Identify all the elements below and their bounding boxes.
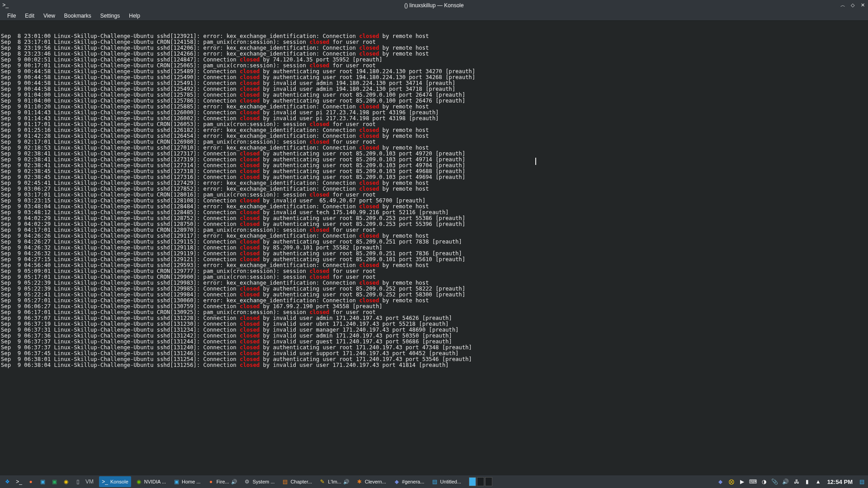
kde-start-icon[interactable]: ❖: [2, 476, 13, 487]
task-clevern-icon: ✱: [356, 479, 363, 485]
task-home-label: Home ...: [182, 479, 201, 484]
window-title: () linuxskillup — Konsole: [404, 2, 463, 9]
taskbar-clock[interactable]: 12:54 PM: [825, 479, 855, 485]
task-lim[interactable]: ✎L'Im...🔊: [316, 476, 352, 487]
terminal-output[interactable]: Sep 8 23:01:00 Linux-Skillup-Challenge-U…: [0, 21, 868, 475]
vm-icon[interactable]: VM: [84, 476, 95, 487]
menu-settings[interactable]: Settings: [96, 12, 124, 20]
task-chapter-icon: ▤: [282, 479, 288, 485]
task-system-icon: ⚙: [244, 479, 250, 485]
task-nvidia-icon: ◉: [136, 479, 142, 485]
minimize-icon[interactable]: ︿: [839, 1, 846, 9]
task-genera-icon: ◆: [393, 479, 400, 485]
task-chapter[interactable]: ▤Chapter...: [279, 476, 315, 487]
menu-bookmarks[interactable]: Bookmarks: [60, 12, 96, 20]
task-firefox[interactable]: ●Fire...🔊: [205, 476, 240, 487]
chrome-icon[interactable]: ◉: [61, 476, 71, 487]
task-firefox-label: Fire...: [217, 479, 229, 484]
terminal-icon: >_: [2, 1, 9, 9]
show-desktop-icon[interactable]: ▤: [857, 477, 866, 486]
titlebar: >_ () linuxskillup — Konsole ︿ ◇ ✕: [0, 0, 868, 11]
menubar: FileEditViewBookmarksSettingsHelp: [0, 11, 868, 21]
desktop-3[interactable]: [485, 477, 492, 486]
firefox-icon[interactable]: ●: [25, 476, 36, 487]
image-icon[interactable]: ▣: [49, 476, 60, 487]
discord-tray-icon[interactable]: ◆: [716, 477, 725, 486]
task-genera-label: #genera...: [402, 479, 425, 484]
task-konsole-icon: >_: [102, 479, 108, 485]
desktop-switcher[interactable]: [469, 477, 492, 486]
task-lim-label: L'Im...: [328, 479, 341, 484]
maximize-icon[interactable]: ◇: [849, 1, 856, 9]
menu-help[interactable]: Help: [124, 12, 145, 20]
task-lim-icon: ✎: [319, 479, 326, 485]
task-konsole[interactable]: >_Konsole: [99, 476, 131, 487]
audio-indicator-icon[interactable]: 🔊: [344, 479, 349, 485]
close-icon[interactable]: ✕: [859, 1, 866, 9]
desktop-1[interactable]: [469, 477, 476, 486]
status-tray-icon[interactable]: ⨂: [727, 477, 736, 486]
task-untitled-label: Untitled...: [440, 479, 461, 484]
battery-tray-icon[interactable]: ▮: [803, 477, 812, 486]
task-clevern[interactable]: ✱Clevern...: [354, 476, 389, 487]
task-nvidia-label: NVIDIA ...: [144, 479, 166, 484]
steam-tray-icon[interactable]: ◑: [760, 477, 769, 486]
desktop-2[interactable]: [477, 477, 484, 486]
task-firefox-icon: ●: [208, 479, 214, 485]
audio-indicator-icon[interactable]: 🔊: [231, 479, 237, 485]
phone-icon[interactable]: ▯: [72, 476, 83, 487]
task-system[interactable]: ⚙System ...: [241, 476, 278, 487]
keyboard-tray-icon[interactable]: ⌨: [749, 477, 758, 486]
task-genera[interactable]: ◆#genera...: [391, 476, 427, 487]
text-cursor: [535, 158, 536, 165]
task-untitled-icon: ▤: [432, 479, 438, 485]
volume-tray-icon[interactable]: 🔊: [781, 477, 790, 486]
task-home[interactable]: ▣Home ...: [170, 476, 203, 487]
menu-file[interactable]: File: [3, 12, 20, 20]
task-system-label: System ...: [253, 479, 275, 484]
task-nvidia[interactable]: ◉NVIDIA ...: [133, 476, 169, 487]
taskbar: ❖>_●▣▣◉▯VM >_Konsole◉NVIDIA ...▣Home ...…: [0, 475, 868, 488]
menu-edit[interactable]: Edit: [20, 12, 39, 20]
files-icon[interactable]: ▣: [37, 476, 48, 487]
task-home-icon: ▣: [173, 479, 179, 485]
expand-tray-icon[interactable]: ▲: [814, 477, 823, 486]
task-konsole-label: Konsole: [110, 479, 128, 484]
task-chapter-label: Chapter...: [291, 479, 312, 484]
network-tray-icon[interactable]: 🖧: [792, 477, 801, 486]
clipboard-tray-icon[interactable]: 📎: [770, 477, 779, 486]
menu-view[interactable]: View: [39, 12, 60, 20]
terminal-launch-icon[interactable]: >_: [14, 476, 24, 487]
task-untitled[interactable]: ▤Untitled...: [429, 476, 464, 487]
task-clevern-label: Clevern...: [365, 479, 386, 484]
media-tray-icon[interactable]: ▶: [738, 477, 747, 486]
log-line: Sep 9 06:38:04 Linux-Skillup-Challenge-U…: [1, 362, 867, 368]
